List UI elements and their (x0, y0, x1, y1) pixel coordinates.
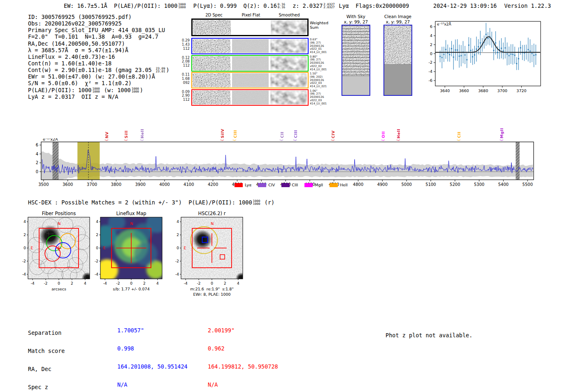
clean-image-flat-region (384, 65, 411, 95)
svg-text:N: N (58, 221, 60, 226)
pixel-flat-image (232, 39, 269, 53)
svg-text:-2: -2 (175, 259, 179, 263)
match1-score: 0.998 (117, 346, 188, 352)
svg-text:2: 2 (71, 281, 73, 285)
svg-text:-4: -4 (103, 281, 107, 285)
pixel-flat-image (232, 56, 269, 70)
svg-text:-2: -2 (197, 281, 201, 285)
text: ) (166, 67, 169, 73)
svg-text:4: 4 (23, 220, 26, 224)
legend-swatch (258, 183, 266, 187)
svg-text:3700: 3700 (87, 182, 97, 187)
spec2d-image (193, 56, 230, 70)
legend-label: CIII (292, 183, 298, 187)
svg-text:-4: -4 (175, 272, 179, 276)
clean-image (383, 25, 412, 96)
pixel-flat-image (232, 90, 269, 104)
hsc-cutout-panel: HSC(26.2) r NE-4-4-2-2002244m:21.6 re:1.… (170, 211, 249, 302)
legend-item: CIII (281, 183, 298, 187)
smoothed-image (270, 73, 307, 87)
hsc-cutout-title: HSC(26.2) r (181, 211, 243, 216)
match2-score: 0.962 (208, 346, 278, 352)
row-label-separation: Separation (28, 330, 78, 336)
svg-text:4200: 4200 (208, 182, 218, 187)
text: With Sky (337, 14, 375, 19)
text: Clean Image (379, 14, 417, 19)
svg-text:3500: 3500 (38, 182, 49, 187)
text: ) (140, 87, 143, 93)
match-table-labels: Separation Match score RA, Dec Spec z Ph… (28, 318, 78, 392)
hsc-cutout-svg: NE-4-4-2-2002244m:21.6 re:1.9" s:1.8"EWr… (170, 216, 249, 301)
svg-text:-4: -4 (95, 272, 98, 276)
smoothed-image (270, 39, 307, 53)
text: x, y: 99, 27 (379, 19, 417, 25)
text: Cont(w) = 2.90(±0.11)e-18 (gmag 23.05 (28, 67, 155, 73)
svg-text:E: E (31, 246, 33, 250)
svg-text:4: 4 (96, 220, 98, 224)
svg-text:5000: 5000 (401, 182, 411, 187)
pixel-flat-image (232, 20, 269, 35)
spec2d-row-3-right-labels: 1.50"(99, 202)20200126v022_03414_LU_021 (310, 72, 327, 88)
svg-text:-4: -4 (31, 281, 35, 285)
gmag-fraction: 23.0923.01 (155, 67, 166, 73)
svg-text:6: 6 (36, 143, 38, 147)
text: Sum (310, 25, 328, 30)
svg-text:-4: -4 (429, 69, 432, 74)
legend-swatch (330, 183, 338, 187)
info-cont-n: Cont(n) = 1.60(±1.40)e-18 (28, 60, 170, 67)
info-wavelength: λ = 3685.57Å σ = 5.47(±1.94)Å (28, 47, 170, 53)
spec2d-row-2 (191, 55, 309, 72)
z-fraction: 2.03272.0327 (323, 3, 335, 9)
fiber-positions-svg: NE-4-4-2-2002244arcsecs (17, 216, 95, 301)
text: x, y: 99, 27 (337, 19, 375, 25)
spec2d-row-1 (191, 38, 309, 54)
report-datetime: 2024-12-29 13:09:16 (433, 2, 497, 9)
info-ewr: EWr = 51.00(±47.00) (w: 27.00(±8.20))Å (28, 73, 170, 80)
match1-separation: 1.70057" (117, 327, 188, 334)
photz-unavailable-note: Phot z plot not available. (386, 332, 472, 339)
col-header-pixel-flat: Pixel Flat (231, 13, 271, 17)
info-lineflux: LineFlux = 2.40(±0.73)e-16 (28, 53, 170, 60)
col-header-2d-spec: 2D Spec (193, 13, 235, 17)
frac-bot: 1000 (253, 202, 260, 205)
frac-bot: 2.0327 (323, 6, 334, 9)
svg-text:3660: 3660 (459, 88, 469, 93)
with-sky-title: With Sky x, y: 99, 27 (337, 14, 375, 24)
match1-ra-dec: 164.201008, 50.951424 (117, 364, 188, 370)
smoothed-image (271, 20, 307, 35)
frac-bot: 1000 (92, 90, 100, 93)
svg-text:4: 4 (237, 281, 239, 285)
svg-text:0: 0 (211, 281, 213, 285)
legend-item: MgII (304, 183, 323, 187)
with-sky-stripes (342, 26, 369, 76)
frac-bot: 0.16 (278, 6, 285, 9)
info-sn-chi2: S/N = 5.0(±0.6) χ² = 1.1(±0.2) (28, 80, 170, 86)
legend-label: Lyα (245, 183, 251, 187)
text: Weighted (310, 21, 328, 25)
header-text: z: 2.0327 (286, 2, 323, 9)
svg-text:-6: -6 (429, 78, 432, 83)
fiber-positions-panel: Fiber Positions NE-4-4-2-2002244arcsecs (17, 211, 95, 302)
svg-text:2: 2 (23, 233, 26, 237)
svg-text:3800: 3800 (111, 182, 121, 187)
spec2d-row-2-right-labels: 0.80"(99, 27)20200126v022_02414_LU_001 (310, 56, 327, 72)
qz-fraction: 0.160.16 (277, 3, 286, 9)
svg-text:-2: -2 (95, 259, 98, 263)
frac-bot: 1000 (132, 90, 139, 93)
legend-swatch (281, 183, 290, 187)
info-obs: Obs: 20200126v022_3005769925 (28, 20, 170, 27)
match2-spec-z: N/A (208, 382, 278, 388)
svg-text:5100: 5100 (425, 182, 436, 187)
svg-text:m:21.6 re:1.9" s:1.8": m:21.6 re:1.9" s:1.8" (190, 287, 234, 291)
svg-text:-2: -2 (116, 281, 120, 285)
svg-text:0: 0 (96, 246, 98, 250)
match2-separation: 2.00199" (208, 327, 278, 334)
clean-image-noise (384, 26, 411, 64)
lineflux-map-title: Lineflux Map (100, 211, 162, 216)
text: HSC-DEX : Possible Matches = 2 (within +… (28, 199, 252, 206)
info-redshifts: LyA z = 2.0317 OII z = N/A (28, 93, 170, 100)
lineflux-map-panel: Lineflux Map NE-4-4-2-2002244s/b: 1.77 +… (90, 211, 168, 302)
fiber-positions-title: Fiber Positions (28, 211, 90, 216)
svg-text:3680: 3680 (478, 88, 488, 93)
legend-swatch (235, 183, 243, 187)
